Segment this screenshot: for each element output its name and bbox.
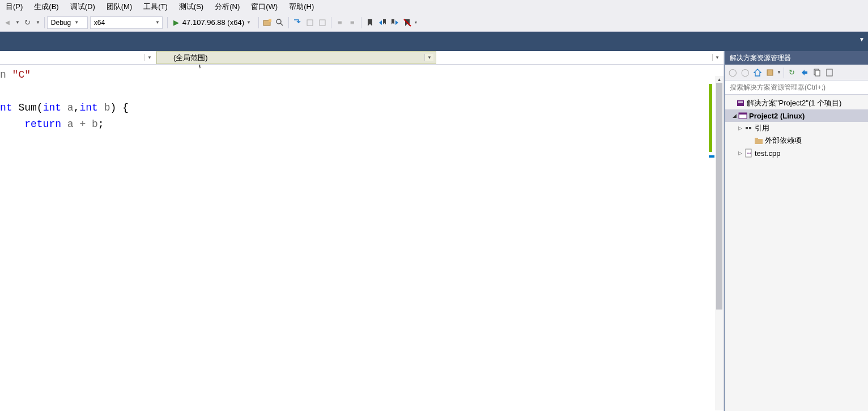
nav-scope-left[interactable]: ▼: [0, 51, 156, 64]
menu-item-debug[interactable]: 调试(D): [65, 1, 101, 13]
refresh-button[interactable]: ↻: [786, 67, 798, 78]
expander-icon[interactable]: ▷: [737, 125, 743, 131]
start-debug-button[interactable]: ▶ 47.107.96.88 (x64) ▼: [170, 16, 256, 29]
step-over-icon: [305, 18, 314, 27]
solution-tree: 解决方案"Project2"(1 个项目) ◢ Project2 (Linux)…: [725, 95, 868, 411]
bookmark-next-icon: [390, 18, 399, 27]
svg-rect-11: [737, 100, 744, 106]
forward-button[interactable]: ◯: [739, 67, 751, 78]
menu-item-help[interactable]: 帮助(H): [283, 1, 320, 13]
scroll-thumb[interactable]: [716, 83, 722, 310]
show-all-files-button[interactable]: [811, 67, 823, 78]
home-button[interactable]: [752, 67, 763, 78]
project-node[interactable]: ◢ Project2 (Linux): [725, 109, 868, 122]
indent-left-button[interactable]: ≡: [334, 16, 346, 29]
redo-button[interactable]: ↻: [22, 16, 33, 29]
nav-scope-right[interactable]: ▼: [436, 51, 724, 64]
bookmark-next-button[interactable]: [389, 16, 401, 29]
cpp-file-icon: ++: [743, 149, 754, 158]
step-into-icon: [293, 18, 302, 27]
code-text: int: [43, 102, 61, 113]
code-text: "C": [12, 69, 31, 80]
code-text: int: [79, 102, 97, 113]
redo-dropdown[interactable]: ▼: [36, 20, 40, 25]
config-label: Debug: [51, 19, 71, 27]
code-text: ,: [74, 102, 80, 113]
scroll-up-icon[interactable]: ▲: [715, 76, 724, 83]
new-item-button[interactable]: [262, 16, 273, 29]
svg-point-2: [276, 19, 281, 24]
config-dropdown[interactable]: Debug ▼: [47, 16, 88, 29]
toolbar-overflow-button[interactable]: ▾: [415, 20, 417, 25]
back-button[interactable]: ◯: [727, 67, 738, 78]
external-deps-label: 外部依赖项: [764, 135, 802, 146]
properties-icon: [825, 68, 834, 77]
menu-item-build[interactable]: 生成(B): [28, 1, 64, 13]
navigation-bar: ▼ (全局范围) ▼ ▼: [0, 51, 724, 65]
menu-item-project[interactable]: 目(P): [0, 1, 28, 13]
menu-item-team[interactable]: 团队(M): [101, 1, 138, 13]
expander-icon[interactable]: ◢: [731, 113, 738, 118]
caret-down-icon[interactable]: ▼: [777, 70, 781, 75]
sync-icon: [765, 68, 775, 77]
solution-search[interactable]: [725, 80, 868, 95]
file-node[interactable]: ▷ ++ test.cpp: [725, 147, 868, 159]
search-icon: [275, 18, 284, 27]
step-out-button[interactable]: [317, 16, 328, 29]
indent-right-button[interactable]: ≡: [347, 16, 358, 29]
bookmark-button[interactable]: [364, 16, 376, 29]
bookmark-prev-button[interactable]: [377, 16, 388, 29]
svg-rect-18: [755, 138, 758, 139]
step-over-button[interactable]: [304, 16, 316, 29]
caret-down-icon: ▼: [155, 20, 160, 25]
overview-ruler: [709, 76, 714, 410]
properties-button[interactable]: [824, 67, 835, 78]
svg-rect-10: [827, 69, 832, 76]
run-target-label: 47.107.96.88 (x64): [182, 18, 244, 27]
svg-rect-5: [320, 20, 325, 26]
menu-item-analyze[interactable]: 分析(N): [209, 1, 245, 13]
svg-rect-4: [307, 20, 313, 26]
nav-back-dropdown[interactable]: ▼: [15, 20, 20, 25]
code-editor[interactable]: n "C" nt Sum(int a,int b) { return a + b…: [0, 65, 724, 411]
svg-line-3: [280, 23, 283, 26]
caret-down-icon: ▼: [712, 54, 721, 61]
caret-down-icon: ▼: [246, 20, 251, 25]
menu-item-tools[interactable]: 工具(T): [138, 1, 173, 13]
toolbar-separator: [288, 17, 289, 28]
file-label: test.cpp: [754, 149, 781, 158]
vertical-scrollbar[interactable]: ▲: [715, 76, 724, 410]
bookmark-prev-icon: [378, 18, 387, 27]
menu-item-test[interactable]: 测试(S): [173, 1, 209, 13]
collapse-all-button[interactable]: [799, 67, 810, 78]
collapse-icon: [800, 68, 809, 77]
svg-rect-12: [738, 101, 743, 103]
solution-search-input[interactable]: [725, 80, 868, 94]
references-node[interactable]: ▷ 引用: [725, 122, 868, 134]
project-label: Project2 (Linux): [748, 112, 805, 120]
expander-icon[interactable]: ▷: [737, 150, 743, 156]
nav-back-button[interactable]: ◄: [2, 16, 13, 29]
step-into-button[interactable]: [292, 16, 303, 29]
toolbar-separator: [44, 17, 45, 28]
bookmark-clear-button[interactable]: [402, 16, 413, 29]
find-button[interactable]: [274, 16, 286, 29]
menu-item-window[interactable]: 窗口(W): [245, 1, 283, 13]
tab-list-dropdown[interactable]: ▼: [859, 36, 865, 43]
code-text: b: [98, 102, 110, 113]
svg-text:++: ++: [747, 151, 751, 155]
solution-root-node[interactable]: 解决方案"Project2"(1 个项目): [725, 97, 868, 109]
code-text: ) {: [110, 102, 128, 113]
platform-dropdown[interactable]: x64 ▼: [90, 16, 163, 29]
nav-scope-middle[interactable]: (全局范围) ▼: [156, 51, 436, 64]
external-deps-node[interactable]: 外部依赖项: [725, 134, 868, 147]
svg-rect-7: [767, 70, 773, 75]
step-out-icon: [318, 18, 327, 27]
sync-button[interactable]: [764, 67, 776, 78]
caret-down-icon: ▼: [424, 54, 433, 61]
solution-explorer-title: 解决方案资源管理器: [725, 51, 868, 65]
code-text: return: [24, 118, 61, 130]
solution-explorer-panel: 解决方案资源管理器 ◯ ◯ ▼ ↻: [724, 51, 868, 411]
nav-middle-label: (全局范围): [173, 53, 208, 63]
bookmark-clear-icon: [403, 18, 412, 27]
